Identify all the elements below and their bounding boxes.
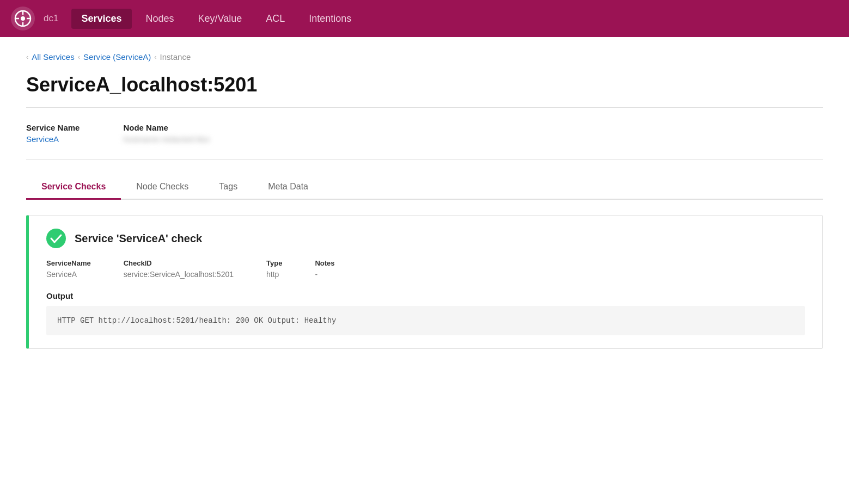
nav-intentions[interactable]: Intentions [299, 9, 361, 29]
check-output-label: Output [46, 291, 805, 300]
check-type-value: http [266, 270, 279, 279]
svg-point-2 [21, 16, 25, 21]
nav-services[interactable]: Services [71, 9, 131, 29]
check-id: CheckID service:ServiceA_localhost:5201 [124, 259, 234, 279]
node-name-label: Node Name [123, 123, 210, 132]
check-title: Service 'ServiceA' check [75, 232, 202, 245]
tabs-bar: Service Checks Node Checks Tags Meta Dat… [26, 175, 823, 200]
check-service-name: ServiceName ServiceA [46, 259, 91, 279]
check-type: Type http [266, 259, 282, 279]
nav-keyvalue[interactable]: Key/Value [188, 9, 252, 29]
navbar: dc1 Services Nodes Key/Value ACL Intenti… [0, 0, 849, 37]
check-notes-label: Notes [315, 259, 334, 267]
page-title: ServiceA_localhost:5201 [26, 73, 823, 96]
page-content: ‹ All Services ‹ Service (ServiceA) ‹ In… [0, 37, 849, 373]
service-name-label: Service Name [26, 123, 80, 132]
check-notes: Notes - [315, 259, 334, 279]
breadcrumb: ‹ All Services ‹ Service (ServiceA) ‹ In… [26, 52, 823, 62]
breadcrumb-service[interactable]: Service (ServiceA) [83, 52, 151, 62]
tab-node-checks[interactable]: Node Checks [121, 175, 204, 200]
breadcrumb-chevron-2: ‹ [78, 53, 80, 61]
service-name-value: ServiceA [26, 134, 59, 144]
node-name-value: hostname-redacted-blur [123, 134, 210, 144]
node-name-field: Node Name hostname-redacted-blur [123, 123, 210, 144]
meta-section: Service Name ServiceA Node Name hostname… [26, 123, 823, 144]
check-type-label: Type [266, 259, 282, 267]
breadcrumb-all-services[interactable]: All Services [32, 52, 74, 62]
check-id-value: service:ServiceA_localhost:5201 [124, 270, 234, 279]
title-divider [26, 107, 823, 108]
check-service-name-value: ServiceA [46, 270, 77, 279]
svg-point-7 [46, 229, 66, 248]
check-output-text: HTTP GET http://localhost:5201/health: 2… [57, 316, 336, 325]
breadcrumb-instance: Instance [160, 52, 191, 62]
consul-logo [11, 7, 35, 30]
check-output-box: HTTP GET http://localhost:5201/health: 2… [46, 306, 805, 335]
datacenter-label: dc1 [44, 13, 58, 24]
tab-tags[interactable]: Tags [204, 175, 253, 200]
check-notes-value: - [315, 270, 317, 279]
check-card: Service 'ServiceA' check ServiceName Ser… [26, 215, 823, 349]
check-header: Service 'ServiceA' check [46, 229, 805, 248]
meta-divider [26, 159, 823, 160]
check-service-name-label: ServiceName [46, 259, 91, 267]
tab-meta-data[interactable]: Meta Data [253, 175, 323, 200]
breadcrumb-chevron-1: ‹ [26, 53, 28, 61]
breadcrumb-chevron-3: ‹ [154, 53, 156, 61]
tab-service-checks[interactable]: Service Checks [26, 175, 121, 200]
nav-acl[interactable]: ACL [256, 9, 295, 29]
check-id-label: CheckID [124, 259, 234, 267]
passing-status-icon [46, 229, 66, 248]
check-fields: ServiceName ServiceA CheckID service:Ser… [46, 259, 805, 279]
service-name-field: Service Name ServiceA [26, 123, 80, 144]
nav-nodes[interactable]: Nodes [136, 9, 184, 29]
